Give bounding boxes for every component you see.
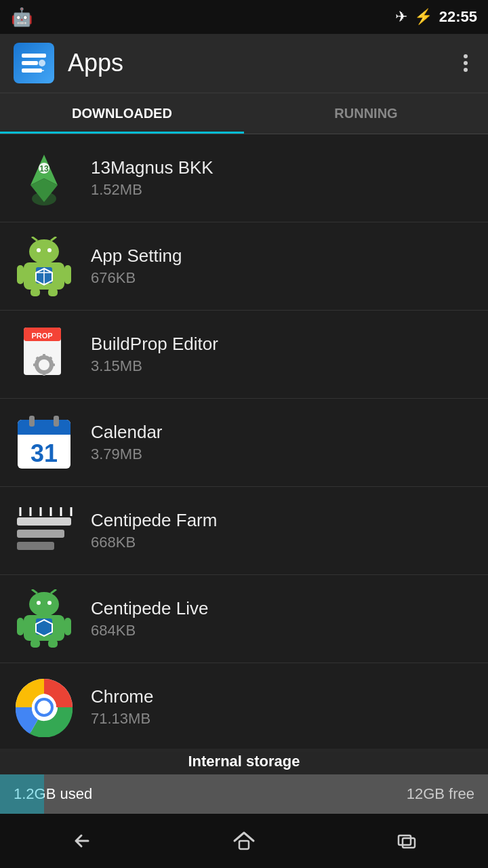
svg-rect-1 — [22, 61, 38, 65]
svg-point-52 — [29, 592, 59, 616]
app-list: 13 13Magnus BKK 1.52MB — [0, 134, 488, 751]
svg-point-53 — [37, 601, 41, 605]
list-item[interactable]: 31 Calendar 3.79MB — [0, 399, 488, 487]
app-icon-appsetting — [14, 236, 75, 297]
app-bar-title: Apps — [68, 49, 457, 77]
svg-line-56 — [51, 589, 56, 593]
svg-line-55 — [32, 589, 37, 593]
svg-rect-69 — [403, 838, 415, 848]
svg-rect-38 — [18, 428, 70, 435]
status-bar: 🤖 ✈ ⚡ 22:55 — [0, 0, 488, 34]
svg-point-14 — [47, 248, 52, 252]
app-bar-icon — [14, 43, 54, 83]
app-icon-chrome — [14, 677, 75, 738]
svg-rect-20 — [48, 288, 58, 296]
status-time: 22:55 — [439, 8, 477, 26]
list-item[interactable]: Chrome 71.13MB — [0, 663, 488, 751]
app-icon-13magnus: 13 — [14, 148, 75, 209]
svg-rect-31 — [43, 372, 45, 376]
svg-rect-5 — [40, 70, 44, 71]
list-item[interactable]: Centipede Live 684KB — [0, 575, 488, 663]
svg-rect-57 — [17, 618, 24, 635]
svg-point-13 — [37, 248, 41, 252]
svg-rect-40 — [54, 416, 59, 427]
svg-point-54 — [47, 601, 52, 605]
nav-back-button[interactable] — [61, 821, 102, 861]
app-size-calendar: 3.79MB — [91, 446, 474, 463]
app-icon-buildprop: PROP — [14, 324, 75, 385]
svg-point-12 — [29, 239, 59, 264]
app-info-calendar: Calendar 3.79MB — [91, 422, 474, 463]
app-size-appsetting: 676KB — [91, 269, 474, 287]
tab-downloaded[interactable]: DOWNLOADED — [0, 94, 244, 134]
app-name-calendar: Calendar — [91, 422, 474, 443]
list-item[interactable]: Centipede Farm 668KB — [0, 487, 488, 575]
tab-running[interactable]: RUNNING — [244, 94, 488, 134]
internal-storage-label: Internal storage — [0, 749, 488, 774]
app-name-centipelive: Centipede Live — [91, 598, 474, 619]
app-icon-centipelive — [14, 589, 75, 650]
overflow-menu-button[interactable] — [457, 47, 474, 79]
battery-icon: ⚡ — [414, 8, 432, 26]
svg-rect-19 — [30, 288, 40, 296]
svg-rect-18 — [64, 265, 71, 284]
svg-rect-4 — [40, 55, 44, 56]
svg-text:13: 13 — [39, 164, 49, 174]
svg-rect-33 — [33, 363, 37, 366]
nav-home-button[interactable] — [224, 821, 264, 861]
app-name-13magnus: 13Magnus BKK — [91, 157, 474, 178]
svg-rect-17 — [17, 265, 24, 284]
app-size-centipedefarm: 668KB — [91, 534, 474, 551]
airplane-icon: ✈ — [395, 8, 407, 26]
svg-point-3 — [39, 60, 45, 66]
svg-text:31: 31 — [30, 439, 58, 467]
app-info-chrome: Chrome 71.13MB — [91, 686, 474, 728]
app-icon-calendar: 31 — [14, 412, 75, 473]
app-info-centipelive: Centipede Live 684KB — [91, 598, 474, 639]
storage-used-bar — [0, 774, 44, 814]
svg-rect-43 — [17, 530, 64, 538]
svg-point-66 — [37, 701, 51, 714]
svg-text:PROP: PROP — [31, 332, 52, 340]
svg-rect-39 — [29, 416, 35, 427]
svg-rect-42 — [17, 517, 71, 526]
nav-recents-button[interactable] — [386, 821, 427, 861]
svg-rect-44 — [17, 542, 54, 550]
svg-rect-32 — [51, 363, 55, 366]
list-item[interactable]: App Setting 676KB — [0, 222, 488, 311]
app-size-centipelive: 684KB — [91, 622, 474, 639]
app-size-chrome: 71.13MB — [91, 710, 474, 728]
svg-rect-2 — [22, 68, 42, 73]
app-info-centipedefarm: Centipede Farm 668KB — [91, 510, 474, 551]
app-name-chrome: Chrome — [91, 686, 474, 707]
app-name-centipedefarm: Centipede Farm — [91, 510, 474, 531]
app-name-appsetting: App Setting — [91, 245, 474, 267]
svg-rect-61 — [36, 618, 52, 635]
app-info-appsetting: App Setting 676KB — [91, 245, 474, 287]
svg-rect-60 — [48, 639, 58, 648]
svg-rect-59 — [30, 639, 40, 648]
app-size-13magnus: 1.52MB — [91, 181, 474, 199]
svg-rect-67 — [239, 841, 249, 849]
storage-bar: 1.2GB used 12GB free — [0, 774, 488, 814]
app-size-buildprop: 3.15MB — [91, 357, 474, 375]
android-icon: 🤖 — [11, 7, 33, 28]
app-info-buildprop: BuildProp Editor 3.15MB — [91, 334, 474, 375]
app-name-buildprop: BuildProp Editor — [91, 334, 474, 355]
svg-line-16 — [51, 237, 56, 241]
svg-point-29 — [39, 359, 49, 370]
svg-rect-68 — [399, 835, 411, 845]
bottom-nav — [0, 814, 488, 868]
app-icon-centipedefarm — [14, 500, 75, 561]
list-item[interactable]: PROP BuildProp Editor 3.15MB — [0, 311, 488, 399]
tabs: DOWNLOADED RUNNING — [0, 94, 488, 134]
app-info-13magnus: 13Magnus BKK 1.52MB — [91, 157, 474, 199]
list-item[interactable]: 13 13Magnus BKK 1.52MB — [0, 134, 488, 222]
svg-rect-58 — [64, 618, 71, 635]
storage-free-label: 12GB free — [407, 785, 474, 803]
svg-line-15 — [32, 237, 37, 241]
app-bar: Apps — [0, 34, 488, 94]
svg-rect-30 — [43, 354, 45, 358]
